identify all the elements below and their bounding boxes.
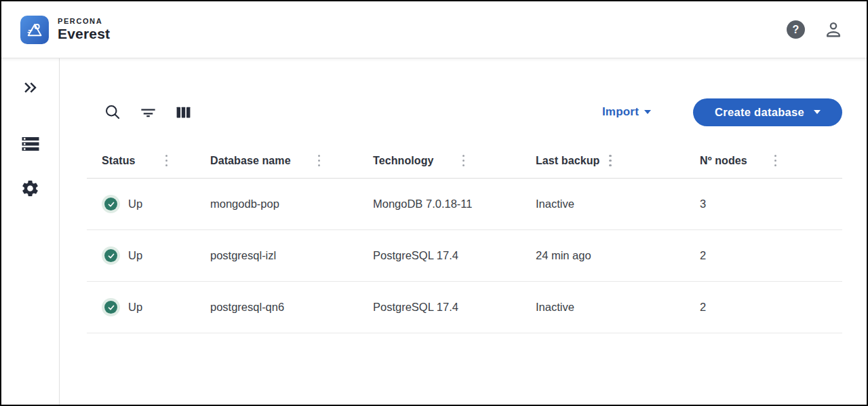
help-glyph: ? — [793, 24, 800, 36]
help-icon[interactable]: ? — [787, 20, 805, 39]
brand-everest-label: Everest — [58, 26, 110, 42]
technology: PostgreSQL 17.4 — [373, 301, 536, 314]
databases-icon — [20, 134, 41, 154]
nodes-count: 2 — [700, 249, 842, 262]
account-icon[interactable] — [823, 20, 844, 40]
database-name: mongodb-pop — [210, 198, 373, 210]
status-up-icon — [102, 298, 120, 316]
percona-everest-logo — [20, 16, 49, 44]
status-label: Up — [128, 301, 142, 314]
table-row[interactable]: Up mongodb-pop MongoDB 7.0.18-11 Inactiv… — [87, 179, 842, 230]
create-database-button[interactable]: Create database — [693, 98, 842, 126]
column-header-database-name: Database name — [210, 155, 291, 167]
columns-icon[interactable] — [174, 103, 193, 122]
search-icon[interactable] — [103, 103, 122, 122]
import-label: Import — [602, 105, 639, 119]
sidebar-item-databases[interactable] — [20, 134, 41, 154]
technology: PostgreSQL 17.4 — [373, 249, 536, 262]
caret-down-icon — [644, 110, 651, 114]
caret-down-icon — [814, 110, 821, 114]
app-window: PERCONA Everest ? — [0, 0, 868, 406]
technology: MongoDB 7.0.18-11 — [373, 198, 536, 210]
last-backup: 24 min ago — [536, 249, 700, 262]
table-header-row: Status Database name Technology Last bac… — [87, 143, 842, 179]
sidebar-expand-icon[interactable] — [20, 77, 41, 98]
app-header: PERCONA Everest ? — [1, 1, 867, 58]
column-header-last-backup: Last backup — [536, 155, 599, 167]
column-header-technology: Technology — [373, 155, 434, 167]
column-menu-icon[interactable] — [315, 152, 323, 170]
brand-percona-label: PERCONA — [58, 17, 110, 25]
sidebar — [1, 58, 60, 405]
import-button[interactable]: Import — [602, 105, 651, 119]
create-database-label: Create database — [715, 106, 804, 119]
column-header-nodes: Nº nodes — [700, 155, 747, 167]
main-content: Import Create database Status Database — [60, 58, 867, 405]
status-up-icon — [102, 246, 120, 265]
column-menu-icon[interactable] — [606, 152, 614, 170]
status-label: Up — [128, 249, 142, 262]
nodes-count: 2 — [700, 301, 842, 314]
column-menu-icon[interactable] — [772, 152, 780, 170]
nodes-count: 3 — [700, 198, 842, 210]
status-label: Up — [128, 198, 142, 210]
brand-text: PERCONA Everest — [58, 17, 110, 42]
table-toolbar: Import Create database — [87, 97, 842, 127]
table-row[interactable]: Up postgresql-qn6 PostgreSQL 17.4 Inacti… — [87, 282, 842, 333]
column-header-status: Status — [102, 155, 136, 167]
settings-gear-icon — [20, 179, 40, 198]
status-up-icon — [102, 195, 120, 213]
sidebar-item-settings[interactable] — [20, 179, 40, 198]
database-name: postgresql-qn6 — [210, 301, 373, 314]
database-name: postgresql-izl — [210, 249, 373, 262]
mountain-logo-icon — [24, 20, 45, 40]
column-menu-icon[interactable] — [460, 152, 468, 170]
last-backup: Inactive — [536, 198, 700, 210]
table-row[interactable]: Up postgresql-izl PostgreSQL 17.4 24 min… — [87, 230, 842, 282]
column-menu-icon[interactable] — [163, 152, 171, 170]
databases-table: Status Database name Technology Last bac… — [87, 143, 842, 333]
filter-icon[interactable] — [139, 103, 157, 122]
last-backup: Inactive — [536, 301, 700, 314]
